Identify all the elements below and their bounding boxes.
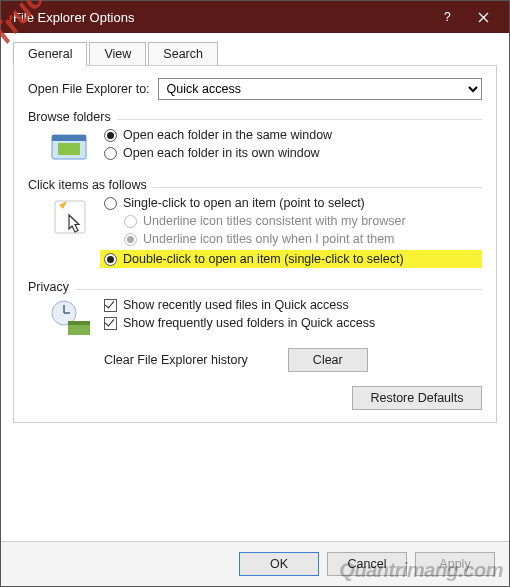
radio-icon [124, 233, 137, 246]
svg-rect-2 [52, 135, 86, 141]
radio-icon [104, 197, 117, 210]
check-icon [104, 299, 117, 312]
clear-button[interactable]: Clear [288, 348, 368, 372]
click-items-title: Click items as follows [28, 178, 147, 192]
clear-history-row: Clear File Explorer history Clear [104, 348, 482, 372]
browse-own-window-option[interactable]: Open each folder in its own window [104, 146, 482, 160]
privacy-title: Privacy [28, 280, 69, 294]
clear-history-label: Clear File Explorer history [104, 353, 248, 367]
tab-search[interactable]: Search [148, 42, 218, 66]
tab-view[interactable]: View [89, 42, 146, 66]
browse-folders-group: Open each folder in the same window Open… [48, 128, 482, 170]
svg-text:?: ? [444, 11, 451, 23]
window-title: File Explorer Options [13, 10, 429, 25]
apply-button[interactable]: Apply [415, 552, 495, 576]
open-to-select[interactable]: Quick access [158, 78, 482, 100]
radio-icon [104, 253, 117, 266]
check-icon [104, 317, 117, 330]
radio-icon [104, 129, 117, 142]
cancel-button[interactable]: Cancel [327, 552, 407, 576]
svg-rect-10 [68, 321, 90, 325]
underline-point-option: Underline icon titles only when I point … [124, 232, 482, 246]
click-items-group: Single-click to open an item (point to s… [48, 196, 482, 272]
privacy-icon [48, 298, 94, 340]
single-click-option[interactable]: Single-click to open an item (point to s… [104, 196, 482, 210]
radio-icon [104, 147, 117, 160]
browse-folders-icon [48, 128, 94, 170]
open-to-label: Open File Explorer to: [28, 82, 150, 96]
general-panel: Open File Explorer to: Quick access Brow… [13, 65, 497, 423]
close-button[interactable] [465, 5, 501, 29]
open-to-row: Open File Explorer to: Quick access [28, 78, 482, 100]
help-button[interactable]: ? [429, 5, 465, 29]
titlebar: File Explorer Options ? [1, 1, 509, 33]
double-click-option[interactable]: Double-click to open an item (single-cli… [100, 250, 482, 268]
dialog-footer: OK Cancel Apply [1, 541, 509, 586]
tab-strip: General View Search [13, 41, 497, 65]
tab-general[interactable]: General [13, 42, 87, 66]
underline-browser-option: Underline icon titles consistent with my… [124, 214, 482, 228]
restore-defaults-button[interactable]: Restore Defaults [352, 386, 482, 410]
dialog-body: General View Search Open File Explorer t… [1, 33, 509, 541]
recent-files-checkbox[interactable]: Show recently used files in Quick access [104, 298, 482, 312]
radio-icon [124, 215, 137, 228]
ok-button[interactable]: OK [239, 552, 319, 576]
privacy-group: Show recently used files in Quick access… [48, 298, 482, 340]
click-items-icon [48, 196, 94, 238]
window-controls: ? [429, 5, 501, 29]
svg-rect-3 [58, 143, 80, 155]
browse-folders-title: Browse folders [28, 110, 111, 124]
file-explorer-options-window: Truongtin.top File Explorer Options ? Ge… [0, 0, 510, 587]
frequent-folders-checkbox[interactable]: Show frequently used folders in Quick ac… [104, 316, 482, 330]
browse-same-window-option[interactable]: Open each folder in the same window [104, 128, 482, 142]
